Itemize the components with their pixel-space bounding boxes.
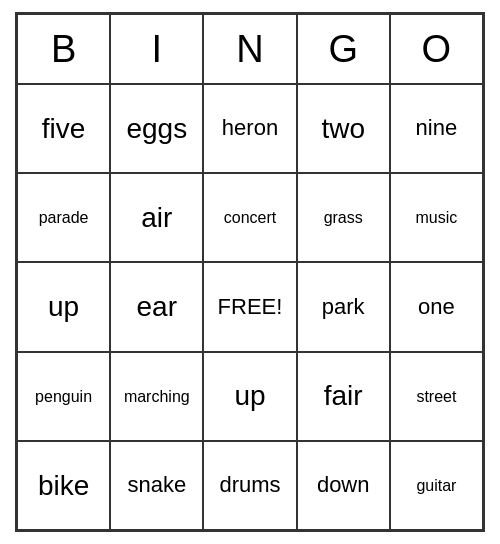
cell-r2c4[interactable]: grass (297, 173, 390, 262)
header-i: I (110, 14, 203, 84)
header-b: B (17, 14, 110, 84)
cell-r4c3[interactable]: up (203, 352, 296, 441)
bingo-card: B I N G O five eggs heron two nine parad… (15, 12, 485, 532)
cell-r3c3-free[interactable]: FREE! (203, 262, 296, 351)
header-n: N (203, 14, 296, 84)
cell-r1c1[interactable]: five (17, 84, 110, 173)
cell-r3c4[interactable]: park (297, 262, 390, 351)
header-o: O (390, 14, 483, 84)
cell-r4c1[interactable]: penguin (17, 352, 110, 441)
cell-r2c3[interactable]: concert (203, 173, 296, 262)
cell-r3c2[interactable]: ear (110, 262, 203, 351)
cell-r5c2[interactable]: snake (110, 441, 203, 530)
cell-r2c2[interactable]: air (110, 173, 203, 262)
cell-r5c4[interactable]: down (297, 441, 390, 530)
cell-r5c1[interactable]: bike (17, 441, 110, 530)
cell-r4c4[interactable]: fair (297, 352, 390, 441)
cell-r1c2[interactable]: eggs (110, 84, 203, 173)
cell-r4c2[interactable]: marching (110, 352, 203, 441)
cell-r5c5[interactable]: guitar (390, 441, 483, 530)
cell-r2c1[interactable]: parade (17, 173, 110, 262)
header-g: G (297, 14, 390, 84)
cell-r1c4[interactable]: two (297, 84, 390, 173)
cell-r2c5[interactable]: music (390, 173, 483, 262)
cell-r1c3[interactable]: heron (203, 84, 296, 173)
cell-r1c5[interactable]: nine (390, 84, 483, 173)
cell-r3c5[interactable]: one (390, 262, 483, 351)
cell-r4c5[interactable]: street (390, 352, 483, 441)
cell-r3c1[interactable]: up (17, 262, 110, 351)
cell-r5c3[interactable]: drums (203, 441, 296, 530)
